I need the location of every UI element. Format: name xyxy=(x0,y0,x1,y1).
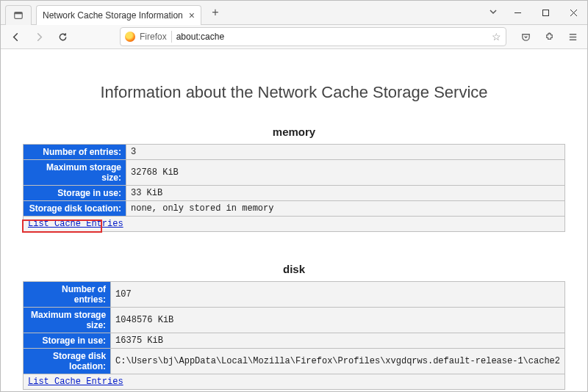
url-separator xyxy=(171,31,172,43)
value-max: 1048576 KiB xyxy=(111,308,565,333)
save-to-pocket-button[interactable] xyxy=(515,26,536,47)
firefox-icon xyxy=(125,32,135,42)
section-heading-disk: disk xyxy=(23,263,565,275)
svg-rect-3 xyxy=(542,10,548,15)
list-cache-entries-link-disk[interactable]: List Cache Entries xyxy=(28,377,123,387)
firefox-view-tab[interactable] xyxy=(5,5,32,25)
tab-title: Network Cache Storage Information xyxy=(43,10,183,21)
label-entries: Number of entries: xyxy=(24,282,111,308)
value-entries: 107 xyxy=(111,282,565,308)
forward-button[interactable] xyxy=(29,26,49,47)
tab-close-button[interactable]: × xyxy=(189,10,195,21)
svg-rect-1 xyxy=(15,12,23,14)
label-max: Maximum storage size: xyxy=(24,160,126,186)
extensions-button[interactable] xyxy=(539,26,559,47)
url-identity-label: Firefox xyxy=(140,32,167,42)
section-heading-memory: memory xyxy=(23,126,565,138)
label-inuse: Storage in use: xyxy=(24,333,111,349)
label-max: Maximum storage size: xyxy=(24,308,111,333)
value-inuse: 33 KiB xyxy=(126,186,565,201)
reload-button[interactable] xyxy=(52,26,73,47)
label-loc: Storage disk location: xyxy=(24,201,126,217)
window-maximize-button[interactable] xyxy=(531,1,559,23)
tabs-dropdown-button[interactable] xyxy=(483,7,503,18)
label-entries: Number of entries: xyxy=(24,145,126,160)
label-inuse: Storage in use: xyxy=(24,186,126,201)
window-titlebar: Network Cache Storage Information × + xyxy=(1,1,587,25)
value-inuse: 16375 KiB xyxy=(111,333,565,349)
value-loc: none, only stored in memory xyxy=(126,201,565,217)
list-cache-entries-link-memory[interactable]: List Cache Entries xyxy=(28,219,123,229)
label-loc: Storage disk location: xyxy=(24,349,111,374)
value-loc: C:\Users\bj\AppData\Local\Mozilla\Firefo… xyxy=(111,349,565,374)
browser-tab-active[interactable]: Network Cache Storage Information × xyxy=(36,5,201,25)
window-minimize-button[interactable] xyxy=(503,1,531,23)
page-content: Information about the Network Cache Stor… xyxy=(1,49,587,390)
bookmark-star-icon[interactable]: ☆ xyxy=(492,31,501,43)
window-controls xyxy=(503,1,587,23)
window-close-button[interactable] xyxy=(559,1,587,23)
tab-strip: Network Cache Storage Information × + xyxy=(5,1,225,24)
disk-cache-table: Number of entries: 107 Maximum storage s… xyxy=(23,281,565,390)
app-menu-button[interactable] xyxy=(562,26,583,47)
page-title: Information about the Network Cache Stor… xyxy=(23,83,565,102)
navigation-toolbar: Firefox about:cache ☆ xyxy=(1,25,587,49)
new-tab-button[interactable]: + xyxy=(206,3,225,22)
url-bar[interactable]: Firefox about:cache ☆ xyxy=(120,27,506,46)
url-text: about:cache xyxy=(176,32,487,42)
value-entries: 3 xyxy=(126,145,565,160)
value-max: 32768 KiB xyxy=(126,160,565,186)
back-button[interactable] xyxy=(5,26,26,47)
firefox-view-icon xyxy=(13,10,24,21)
memory-cache-table: Number of entries: 3 Maximum storage siz… xyxy=(23,144,565,232)
